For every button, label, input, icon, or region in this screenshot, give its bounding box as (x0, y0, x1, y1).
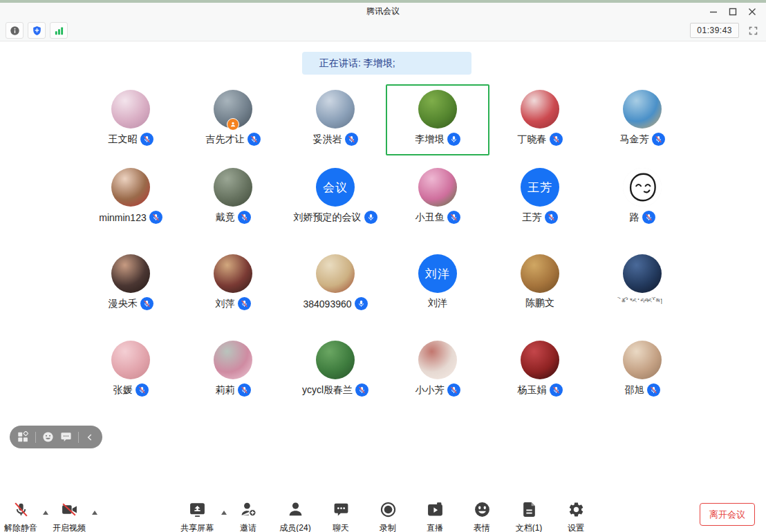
avatar (623, 254, 662, 293)
mic-muted-icon[interactable] (238, 297, 251, 310)
participant-name-row: 邵旭 (625, 383, 660, 397)
participant-name: 吉先才让 (206, 133, 245, 146)
invite-icon (240, 501, 257, 521)
avatar (316, 254, 355, 293)
participant-name-row: 杨玉娟 (518, 383, 563, 397)
mic-muted-icon[interactable] (647, 383, 660, 397)
participant-tile[interactable]: 吉先才让 (182, 84, 284, 162)
toolbar-invite-button[interactable]: 邀请 (221, 501, 275, 532)
mic-muted-icon[interactable] (345, 133, 358, 146)
participant-tile[interactable]: 李增垠 (386, 84, 489, 162)
mic-muted-icon[interactable] (550, 133, 563, 146)
avatar (214, 90, 252, 129)
mic-muted-icon[interactable] (238, 211, 251, 224)
mic-muted-icon[interactable] (140, 297, 153, 310)
participant-name-row: 陈鹏文 (525, 297, 554, 310)
avatar (316, 90, 355, 129)
toolbar-document-button[interactable]: 文档(1) (502, 501, 556, 532)
participant-tile[interactable]: 丁晓春 (489, 84, 591, 162)
participant-tile[interactable]: ཚེ་རིང་དབང་མོ། (591, 249, 693, 335)
meeting-info-icon[interactable] (6, 22, 24, 39)
settings-icon (568, 501, 585, 521)
participant-tile[interactable]: 莉莉 (182, 335, 284, 421)
participant-tile[interactable]: 妥洪岩 (284, 84, 386, 162)
participant-tile[interactable]: 小小芳 (386, 335, 489, 421)
participant-tile[interactable]: 陈鹏文 (489, 249, 591, 335)
participant-name: 小小芳 (415, 384, 445, 397)
leave-meeting-button[interactable]: 离开会议 (700, 503, 755, 526)
avatar: 刘洋 (418, 254, 457, 293)
participant-name: 戴竟 (216, 211, 235, 224)
mic-muted-icon[interactable] (447, 211, 460, 224)
maximize-button[interactable] (723, 3, 742, 20)
mic-muted-icon[interactable] (447, 383, 460, 397)
participant-tile[interactable]: 漫央禾 (80, 249, 182, 335)
toolbar-chat-button[interactable]: 聊天 (314, 501, 368, 532)
participant-name: 丁晓春 (518, 133, 547, 146)
minimize-button[interactable] (704, 3, 723, 20)
mic-muted-icon[interactable] (642, 211, 655, 224)
participant-tile[interactable]: 王芳王芳 (489, 162, 591, 249)
participant-tile[interactable]: 384093960 (284, 249, 386, 335)
fullscreen-icon[interactable] (745, 23, 760, 38)
toolbar-camera-slash-button[interactable]: 开启视频 (42, 501, 96, 532)
mic-slash-icon (12, 501, 30, 521)
participant-tile[interactable]: 马金芳 (591, 84, 693, 162)
participant-name-row: 妥洪岩 (313, 133, 358, 146)
participant-name: 漫央禾 (109, 298, 138, 310)
toolbar-record-button[interactable]: 录制 (361, 501, 415, 532)
participant-tile[interactable]: 戴竟 (182, 162, 284, 249)
network-signal-icon[interactable] (50, 22, 68, 39)
toolbar-label: 设置 (568, 522, 584, 532)
participant-tile[interactable]: 会议刘娇预定的会议 (284, 162, 386, 249)
mic-muted-icon[interactable] (355, 383, 368, 397)
toolbar-label: 文档(1) (516, 522, 543, 532)
mic-muted-icon[interactable] (140, 133, 153, 146)
bottom-toolbar: 离开会议 解除静音开启视频共享屏幕邀请成员(24)聊天录制直播表情文档(1)设置 (0, 494, 766, 532)
participant-name-row: 王文昭 (109, 133, 153, 146)
toolbar-settings-button[interactable]: 设置 (549, 501, 603, 532)
participant-name-row: minmin123 (99, 211, 162, 224)
participant-name: 莉莉 (216, 384, 235, 397)
collapse-icon[interactable] (85, 433, 95, 442)
mic-muted-icon[interactable] (247, 133, 261, 146)
mic-on-icon[interactable] (355, 297, 368, 310)
participant-tile[interactable]: 刘萍 (182, 249, 284, 335)
mic-muted-icon[interactable] (238, 383, 251, 397)
participant-name: 张媛 (113, 384, 133, 397)
participant-name: ཚེ་རིང་དབང་མོ། (622, 297, 664, 305)
mic-muted-icon[interactable] (545, 211, 558, 224)
layout-icon[interactable] (17, 431, 29, 443)
mic-muted-icon[interactable] (652, 133, 665, 146)
toolbar-live-button[interactable]: 直播 (408, 501, 462, 532)
close-button[interactable] (742, 3, 762, 20)
participant-name: 小丑鱼 (415, 211, 445, 224)
toolbar-mic-slash-button[interactable]: 解除静音 (0, 501, 48, 532)
meeting-window: 腾讯会议 01:39:43 正在讲话: 李增垠; 王文昭 吉先才让 (0, 0, 766, 532)
participant-tile[interactable]: 杨玉娟 (489, 335, 591, 421)
participant-tile[interactable]: 刘洋刘洋 (386, 249, 489, 335)
mic-muted-icon[interactable] (550, 383, 563, 397)
participant-tile[interactable]: 小丑鱼 (386, 162, 489, 249)
chat-icon[interactable] (60, 431, 72, 443)
mic-muted-icon[interactable] (136, 383, 149, 397)
mic-muted-icon[interactable] (149, 211, 162, 224)
participant-tile[interactable]: ycycl殷春兰 (284, 335, 386, 421)
participant-tile[interactable]: 路 (591, 162, 693, 249)
toolbar-share-screen-button[interactable]: 共享屏幕 (170, 501, 224, 532)
avatar: 王芳 (521, 168, 559, 207)
participant-name-row: 漫央禾 (109, 297, 153, 310)
avatar (316, 341, 355, 379)
security-shield-icon[interactable] (28, 22, 46, 39)
participant-tile[interactable]: minmin123 (80, 162, 182, 249)
participant-tile[interactable]: 王文昭 (80, 84, 182, 162)
menu-up-arrow[interactable] (92, 511, 97, 515)
participant-name-row: ཚེ་རིང་དབང་མོ། (622, 297, 664, 305)
toolbar-emoji-button[interactable]: 表情 (455, 501, 509, 532)
emoji-icon[interactable] (42, 431, 54, 443)
participant-name-row: 刘洋 (428, 297, 447, 310)
participant-tile[interactable]: 张媛 (80, 335, 182, 421)
participant-tile[interactable]: 邵旭 (591, 335, 693, 421)
mic-on-icon[interactable] (364, 211, 377, 224)
participant-name: 384093960 (303, 298, 351, 310)
